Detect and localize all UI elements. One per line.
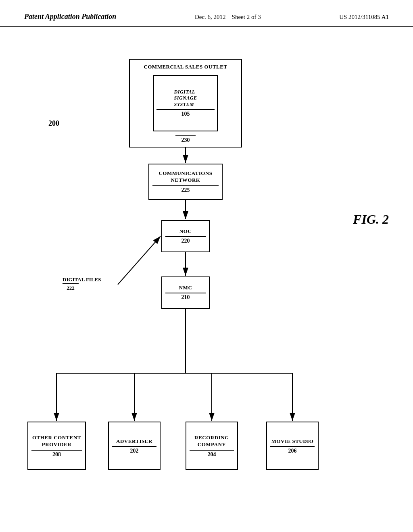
- communications-network-box: COMMUNICATIONS NETWORK 225: [148, 164, 223, 200]
- advertiser-box: ADVERTISER 202: [108, 422, 161, 470]
- recording-number: 204: [190, 450, 234, 458]
- oc-line2: PROVIDER: [42, 441, 71, 447]
- cn-number: 225: [181, 187, 190, 193]
- patent-number: US 2012/311085 A1: [339, 14, 389, 20]
- ds-line3: SYSTEM: [174, 102, 194, 107]
- nmc-label: NMC: [179, 285, 192, 291]
- df-number: 222: [63, 283, 79, 292]
- other-content-box: OTHER CONTENT PROVIDER 208: [27, 422, 86, 470]
- adv-line1: ADVERTISER: [116, 438, 152, 444]
- noc-label: NOC: [179, 228, 192, 235]
- ds-line1: DIGITAL: [174, 89, 195, 95]
- header-left-title: Patent Application Publication: [24, 12, 116, 21]
- header-right: US 2012/311085 A1: [339, 12, 389, 22]
- nmc-number: 210: [165, 293, 206, 301]
- header-center: Dec. 6, 2012 Sheet 2 of 3: [195, 12, 261, 22]
- rc-num: 204: [208, 451, 216, 457]
- ms-line1: MOVIE STUDIO: [271, 438, 314, 444]
- date-label: Dec. 6, 2012: [195, 14, 226, 20]
- digital-signage-box: DIGITAL SIGNAGE SYSTEM 105: [153, 75, 218, 131]
- movie-studio-number: 206: [270, 446, 315, 454]
- comm-network-label: COMMUNICATIONS NETWORK: [159, 170, 212, 184]
- ds-number: 105: [181, 111, 190, 117]
- adv-num: 202: [130, 448, 139, 454]
- advertiser-number: 202: [112, 446, 156, 454]
- ms-num: 206: [288, 448, 297, 454]
- cn-line1: COMMUNICATIONS: [159, 170, 212, 176]
- comm-network-number: 225: [152, 185, 219, 193]
- recording-label: RECORDING COMPANY: [194, 434, 229, 448]
- cn-line2: NETWORK: [171, 177, 200, 183]
- publication-label: Patent Application Publication: [24, 12, 116, 21]
- digital-files-label: DIGITAL FILES 222: [63, 276, 101, 292]
- nmc-line1: NMC: [179, 285, 192, 291]
- rc-line1: RECORDING: [194, 434, 229, 441]
- movie-studio-label: MOVIE STUDIO: [271, 438, 314, 445]
- sheet-label: Sheet 2 of 3: [232, 14, 261, 20]
- df-line1: DIGITAL FILES: [63, 276, 101, 283]
- rc-line2: COMPANY: [198, 441, 226, 447]
- digital-signage-number: 105: [156, 109, 215, 117]
- recording-company-box: RECORDING COMPANY 204: [186, 422, 238, 470]
- noc-line1: NOC: [179, 228, 192, 234]
- svg-line-5: [118, 236, 161, 285]
- oc-line1: OTHER CONTENT: [32, 434, 81, 441]
- digital-signage-label: DIGITAL SIGNAGE SYSTEM: [174, 89, 197, 108]
- advertiser-label: ADVERTISER: [116, 438, 152, 445]
- other-content-number: 208: [31, 450, 82, 458]
- oc-num: 208: [52, 451, 61, 457]
- movie-studio-box: MOVIE STUDIO 206: [266, 422, 319, 470]
- diagram-area: FIG. 2 200 COMMERCIAL SALES OUTLET 230 D…: [0, 27, 413, 510]
- noc-number: 220: [165, 236, 206, 244]
- commercial-number-text: 230: [181, 137, 190, 143]
- noc-num: 220: [181, 238, 190, 244]
- commercial-sales-outlet-number: 230: [175, 135, 196, 143]
- nmc-box: NMC 210: [161, 276, 210, 309]
- page-header: Patent Application Publication Dec. 6, 2…: [0, 0, 413, 27]
- commercial-sales-outlet-title: COMMERCIAL SALES OUTLET: [130, 64, 241, 70]
- ds-line2: SIGNAGE: [174, 95, 197, 101]
- diagram-label-200: 200: [48, 119, 59, 128]
- fig-label: FIG. 2: [353, 212, 389, 227]
- nmc-num: 210: [181, 294, 190, 300]
- label-200-text: 200: [48, 119, 59, 127]
- commercial-title-text: COMMERCIAL SALES OUTLET: [144, 64, 227, 70]
- other-content-label: OTHER CONTENT PROVIDER: [32, 434, 81, 448]
- noc-box: NOC 220: [161, 220, 210, 252]
